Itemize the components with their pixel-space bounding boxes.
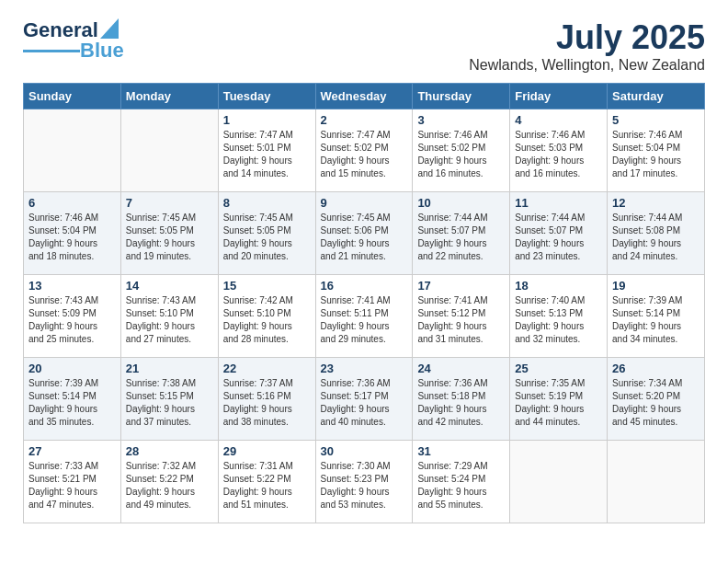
day-number: 25 [515,362,602,375]
day-number: 28 [126,444,213,458]
day-number: 29 [223,444,311,458]
table-cell: 26Sunrise: 7:34 AM Sunset: 5:20 PM Dayli… [608,358,705,441]
table-cell: 12Sunrise: 7:44 AM Sunset: 5:08 PM Dayli… [608,192,705,275]
table-cell: 10Sunrise: 7:44 AM Sunset: 5:07 PM Dayli… [413,192,510,275]
table-cell: 25Sunrise: 7:35 AM Sunset: 5:19 PM Dayli… [510,358,608,441]
cell-info: Sunrise: 7:40 AM Sunset: 5:13 PM Dayligh… [515,294,602,346]
day-number: 10 [417,196,505,210]
table-cell: 1Sunrise: 7:47 AM Sunset: 5:01 PM Daylig… [218,109,315,192]
table-cell: 17Sunrise: 7:41 AM Sunset: 5:12 PM Dayli… [413,275,510,358]
cell-info: Sunrise: 7:41 AM Sunset: 5:11 PM Dayligh… [321,294,408,346]
calendar-week-2: 6Sunrise: 7:46 AM Sunset: 5:04 PM Daylig… [24,192,705,275]
day-number: 3 [417,113,505,127]
day-number: 24 [417,362,505,375]
cell-info: Sunrise: 7:44 AM Sunset: 5:07 PM Dayligh… [417,212,505,263]
table-cell [120,109,218,192]
header-friday: Friday [510,84,608,109]
table-cell: 24Sunrise: 7:36 AM Sunset: 5:18 PM Dayli… [413,358,510,441]
day-number: 27 [28,444,116,458]
cell-info: Sunrise: 7:32 AM Sunset: 5:22 PM Dayligh… [126,460,213,511]
table-cell: 2Sunrise: 7:47 AM Sunset: 5:02 PM Daylig… [315,109,413,192]
table-cell: 18Sunrise: 7:40 AM Sunset: 5:13 PM Dayli… [510,275,608,358]
table-cell: 20Sunrise: 7:39 AM Sunset: 5:14 PM Dayli… [24,358,121,441]
cell-info: Sunrise: 7:38 AM Sunset: 5:15 PM Dayligh… [126,377,213,429]
day-number: 7 [126,196,213,210]
day-number: 16 [321,279,408,293]
table-cell: 15Sunrise: 7:42 AM Sunset: 5:10 PM Dayli… [218,275,315,358]
cell-info: Sunrise: 7:47 AM Sunset: 5:02 PM Dayligh… [321,129,408,180]
cell-info: Sunrise: 7:36 AM Sunset: 5:17 PM Dayligh… [321,377,408,429]
table-cell: 22Sunrise: 7:37 AM Sunset: 5:16 PM Dayli… [218,358,315,441]
day-number: 8 [223,196,311,210]
table-cell [24,109,121,192]
day-number: 13 [28,279,116,293]
calendar-subtitle: Newlands, Wellington, New Zealand [469,57,705,74]
cell-info: Sunrise: 7:36 AM Sunset: 5:18 PM Dayligh… [417,377,505,429]
day-number: 9 [321,196,408,210]
cell-info: Sunrise: 7:45 AM Sunset: 5:05 PM Dayligh… [223,212,311,263]
day-number: 4 [515,113,602,127]
cell-info: Sunrise: 7:47 AM Sunset: 5:01 PM Dayligh… [223,129,311,180]
calendar-table: Sunday Monday Tuesday Wednesday Thursday… [23,83,705,523]
day-number: 26 [612,362,700,375]
header-tuesday: Tuesday [218,84,315,109]
cell-info: Sunrise: 7:29 AM Sunset: 5:24 PM Dayligh… [417,460,505,511]
table-cell: 29Sunrise: 7:31 AM Sunset: 5:22 PM Dayli… [218,441,315,523]
cell-info: Sunrise: 7:39 AM Sunset: 5:14 PM Dayligh… [28,377,116,429]
header-monday: Monday [120,84,218,109]
cell-info: Sunrise: 7:33 AM Sunset: 5:21 PM Dayligh… [28,460,116,511]
day-number: 11 [515,196,602,210]
day-number: 20 [28,362,116,375]
cell-info: Sunrise: 7:44 AM Sunset: 5:07 PM Dayligh… [515,212,602,263]
logo-blue: Blue [80,39,124,63]
cell-info: Sunrise: 7:39 AM Sunset: 5:14 PM Dayligh… [612,294,700,346]
cell-info: Sunrise: 7:46 AM Sunset: 5:04 PM Dayligh… [612,129,700,180]
table-cell: 4Sunrise: 7:46 AM Sunset: 5:03 PM Daylig… [510,109,608,192]
svg-marker-0 [100,18,119,39]
table-cell: 11Sunrise: 7:44 AM Sunset: 5:07 PM Dayli… [510,192,608,275]
page-header: General Blue July 2025 Newlands, Welling… [9,9,719,78]
table-cell: 28Sunrise: 7:32 AM Sunset: 5:22 PM Dayli… [120,441,218,523]
header-sunday: Sunday [24,84,121,109]
table-cell: 23Sunrise: 7:36 AM Sunset: 5:17 PM Dayli… [315,358,413,441]
header-thursday: Thursday [413,84,510,109]
cell-info: Sunrise: 7:45 AM Sunset: 5:06 PM Dayligh… [321,212,408,263]
day-number: 17 [417,279,505,293]
table-cell: 30Sunrise: 7:30 AM Sunset: 5:23 PM Dayli… [315,441,413,523]
table-cell: 27Sunrise: 7:33 AM Sunset: 5:21 PM Dayli… [24,441,121,523]
day-number: 14 [126,279,213,293]
day-number: 21 [126,362,213,375]
cell-info: Sunrise: 7:46 AM Sunset: 5:04 PM Dayligh… [28,212,116,263]
day-number: 22 [223,362,311,375]
logo: General Blue [23,18,124,63]
table-cell [608,441,705,523]
logo-icon [100,18,119,39]
cell-info: Sunrise: 7:34 AM Sunset: 5:20 PM Dayligh… [612,377,700,429]
day-number: 5 [612,113,700,127]
cell-info: Sunrise: 7:30 AM Sunset: 5:23 PM Dayligh… [321,460,408,511]
table-cell: 7Sunrise: 7:45 AM Sunset: 5:05 PM Daylig… [120,192,218,275]
cell-info: Sunrise: 7:46 AM Sunset: 5:02 PM Dayligh… [417,129,505,180]
table-cell: 8Sunrise: 7:45 AM Sunset: 5:05 PM Daylig… [218,192,315,275]
table-cell: 5Sunrise: 7:46 AM Sunset: 5:04 PM Daylig… [608,109,705,192]
day-number: 15 [223,279,311,293]
table-cell: 13Sunrise: 7:43 AM Sunset: 5:09 PM Dayli… [24,275,121,358]
cell-info: Sunrise: 7:37 AM Sunset: 5:16 PM Dayligh… [223,377,311,429]
day-number: 18 [515,279,602,293]
calendar-header-row: Sunday Monday Tuesday Wednesday Thursday… [24,84,705,109]
cell-info: Sunrise: 7:43 AM Sunset: 5:10 PM Dayligh… [126,294,213,346]
cell-info: Sunrise: 7:41 AM Sunset: 5:12 PM Dayligh… [417,294,505,346]
table-cell: 3Sunrise: 7:46 AM Sunset: 5:02 PM Daylig… [413,109,510,192]
day-number: 6 [28,196,116,210]
table-cell: 6Sunrise: 7:46 AM Sunset: 5:04 PM Daylig… [24,192,121,275]
header-wednesday: Wednesday [315,84,413,109]
cell-info: Sunrise: 7:42 AM Sunset: 5:10 PM Dayligh… [223,294,311,346]
day-number: 1 [223,113,311,127]
table-cell: 9Sunrise: 7:45 AM Sunset: 5:06 PM Daylig… [315,192,413,275]
cell-info: Sunrise: 7:45 AM Sunset: 5:05 PM Dayligh… [126,212,213,263]
calendar-week-1: 1Sunrise: 7:47 AM Sunset: 5:01 PM Daylig… [24,109,705,192]
calendar-title: July 2025 [469,18,705,57]
title-block: July 2025 Newlands, Wellington, New Zeal… [469,18,705,74]
day-number: 2 [321,113,408,127]
calendar-week-4: 20Sunrise: 7:39 AM Sunset: 5:14 PM Dayli… [24,358,705,441]
